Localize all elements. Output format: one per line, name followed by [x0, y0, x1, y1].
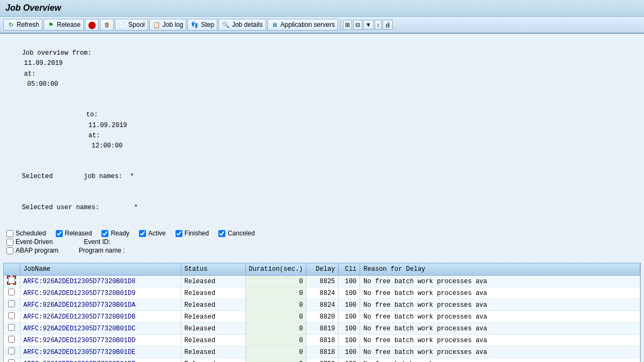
table-row: ARFC:926A2DED12305D77320B01DDReleased088…: [4, 335, 640, 346]
from-label: Job overview from:: [22, 49, 92, 57]
selected-jobs-label: Selected job names: *: [22, 173, 134, 180]
refresh-button[interactable]: ↻ Refresh: [3, 19, 42, 31]
released-checkbox[interactable]: [56, 230, 63, 237]
ready-checkbox[interactable]: [101, 230, 108, 237]
spool-button[interactable]: 📄 Spool: [115, 19, 148, 31]
cell-jobname[interactable]: ARFC:926A2DED12305D77320B01DC: [20, 323, 181, 335]
event-id-label: Event ID:: [84, 238, 110, 246]
filter-button[interactable]: ▼: [363, 20, 374, 29]
cell-jobname[interactable]: ARFC:926A2DED12305D77320B01DB: [20, 311, 181, 323]
row-checkbox[interactable]: [8, 289, 15, 295]
cell-jobname[interactable]: ARFC:926A2DED12305D77320B01DD: [20, 335, 181, 346]
print-button[interactable]: 🖨: [383, 20, 393, 29]
cell-delay: 8824: [306, 299, 339, 311]
to-date: 11.09.2019: [89, 122, 127, 129]
cell-reason: No free batch work processes ava: [360, 287, 640, 299]
cell-reason: No free batch work processes ava: [360, 323, 640, 335]
cell-delay: 8824: [306, 287, 339, 299]
abap-label: ABAP program: [16, 247, 58, 254]
delete-button[interactable]: 🗑: [100, 19, 114, 31]
cell-jobname[interactable]: ARFC:926A2DED12305D77320B01DF: [20, 358, 181, 362]
finished-checkbox[interactable]: [175, 230, 182, 237]
cell-delay: 8820: [306, 311, 339, 323]
sort-button[interactable]: ↕: [375, 20, 382, 29]
row-checkbox[interactable]: [8, 300, 15, 307]
cell-status: Released: [181, 287, 245, 299]
filter-active: Active: [139, 230, 166, 237]
grid1-button[interactable]: ⊞: [343, 20, 352, 30]
cell-status: Released: [181, 323, 245, 335]
jobs-table: JobName Status Duration(sec.) Delay Cli …: [4, 263, 640, 362]
cell-reason: No free batch work processes ava: [360, 311, 640, 323]
joblog-label: Job log: [163, 21, 184, 28]
cell-status: Released: [181, 311, 245, 323]
cell-jobname[interactable]: ARFC:926A2DED12305D77320B01DA: [20, 299, 181, 311]
print-icon: 🖨: [385, 21, 391, 28]
jobdetails-button[interactable]: 🔍 Job details: [218, 19, 266, 31]
event-driven-checkbox[interactable]: [6, 239, 13, 246]
joblog-icon: 📋: [152, 20, 161, 29]
appservers-button[interactable]: 🖥 Application servers: [267, 19, 338, 31]
cell-delay: 8825: [306, 276, 339, 287]
cell-jobname[interactable]: ARFC:926A2DED12305D77320B01D9: [20, 287, 181, 299]
header-cli: Cli: [339, 263, 360, 276]
row-checkbox[interactable]: [8, 324, 15, 331]
row-checkbox[interactable]: [8, 359, 15, 362]
header-reason: Reason for Delay: [360, 263, 640, 276]
cell-jobname[interactable]: ARFC:926A2DED12305D77320B01D8: [20, 276, 181, 287]
grid2-button[interactable]: ⊟: [353, 20, 362, 30]
grid1-icon: ⊞: [345, 21, 350, 28]
cell-reason: No free batch work processes ava: [360, 335, 640, 346]
to-time: 12:00:00: [92, 142, 123, 150]
cell-cli: 100: [339, 299, 360, 311]
scheduled-checkbox[interactable]: [6, 230, 13, 237]
cell-cli: 100: [339, 335, 360, 346]
ready-label: Ready: [111, 230, 129, 237]
filter-row-1: Scheduled Released Ready Active Finished…: [6, 230, 638, 237]
filter-icon: ▼: [365, 21, 371, 28]
release-button[interactable]: ⚑ Release: [43, 19, 84, 31]
stop-icon: ⬤: [87, 20, 96, 29]
from-date: 11.09.2019: [24, 60, 63, 67]
toolbar: ↻ Refresh ⚑ Release ⬤ 🗑 📄 Spool 📋 Job lo…: [0, 17, 644, 34]
row-checkbox[interactable]: [8, 348, 15, 354]
cell-jobname[interactable]: ARFC:926A2DED12305D77320B01DE: [20, 346, 181, 358]
filter-canceled: Canceled: [218, 230, 255, 237]
stop-button[interactable]: ⬤: [85, 19, 99, 31]
info-users-line: Selected user names: *: [6, 193, 638, 224]
grid2-icon: ⊟: [355, 21, 360, 28]
row-checkbox[interactable]: [8, 277, 15, 284]
cell-delay: 8818: [306, 335, 339, 346]
row-checkbox-cell: [4, 287, 20, 299]
canceled-checkbox[interactable]: [218, 230, 225, 237]
event-id-item: Event ID:: [84, 238, 110, 246]
table-row: ARFC:926A2DED12305D77320B01D9Released088…: [4, 287, 640, 299]
row-checkbox-cell: [4, 346, 20, 358]
filter-scheduled: Scheduled: [6, 230, 46, 237]
page-title: Job Overview: [5, 3, 639, 13]
released-label: Released: [65, 230, 92, 237]
joblog-button[interactable]: 📋 Job log: [149, 19, 187, 31]
cell-reason: No free batch work processes ava: [360, 276, 640, 287]
program-name-item: Program name :: [79, 247, 125, 254]
row-checkbox-cell: [4, 299, 20, 311]
active-checkbox[interactable]: [139, 230, 146, 237]
filter-row-3: ABAP program Program name :: [6, 247, 638, 254]
selected-users-label: Selected user names: *: [22, 204, 138, 211]
cell-reason: No free batch work processes ava: [360, 346, 640, 358]
filter-finished: Finished: [175, 230, 209, 237]
to-label: to:: [86, 111, 98, 119]
abap-checkbox[interactable]: [6, 247, 13, 254]
row-checkbox-cell: [4, 276, 20, 287]
row-checkbox[interactable]: [8, 336, 15, 343]
row-checkbox-cell: [4, 311, 20, 323]
scheduled-label: Scheduled: [16, 230, 46, 237]
active-label: Active: [148, 230, 166, 237]
cell-status: Released: [181, 358, 245, 362]
header-status: Status: [181, 263, 245, 276]
cell-status: Released: [181, 335, 245, 346]
row-checkbox[interactable]: [8, 312, 15, 319]
refresh-label: Refresh: [17, 21, 39, 28]
step-button[interactable]: 👣 Step: [187, 19, 217, 31]
table-row: ARFC:926A2DED12305D77320B01DEReleased088…: [4, 346, 640, 358]
